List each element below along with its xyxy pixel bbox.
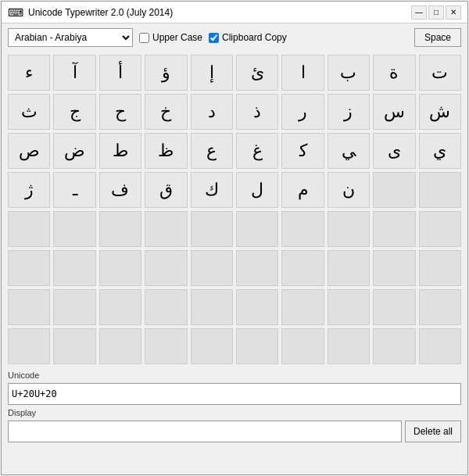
char-cell[interactable]: إ bbox=[191, 55, 233, 91]
char-cell[interactable]: ء bbox=[8, 55, 50, 91]
uppercase-label[interactable]: Upper Case bbox=[139, 32, 202, 43]
char-cell bbox=[145, 211, 187, 247]
char-cell[interactable]: ع bbox=[191, 133, 233, 169]
minimize-button[interactable]: — bbox=[411, 5, 427, 20]
display-input[interactable] bbox=[8, 421, 402, 442]
char-cell bbox=[373, 250, 415, 286]
app-icon: ⌨ bbox=[8, 6, 23, 19]
char-cell[interactable]: ر bbox=[281, 94, 324, 130]
char-cell bbox=[8, 328, 50, 364]
title-bar: ⌨ Unicode Typewriter 2.0 (July 2014) — □… bbox=[2, 2, 467, 23]
close-button[interactable]: ✕ bbox=[446, 5, 461, 20]
char-cell bbox=[191, 289, 233, 325]
char-cell[interactable]: ة bbox=[373, 55, 415, 91]
space-button[interactable]: Space bbox=[414, 28, 461, 47]
char-cell[interactable]: ز bbox=[328, 94, 370, 130]
title-bar-left: ⌨ Unicode Typewriter 2.0 (July 2014) bbox=[8, 6, 173, 19]
char-cell[interactable]: ى bbox=[373, 133, 415, 169]
char-cell[interactable]: ـ bbox=[53, 172, 95, 208]
char-cell bbox=[236, 211, 278, 247]
char-cell bbox=[419, 172, 461, 208]
display-label: Display bbox=[8, 408, 461, 417]
maximize-button[interactable]: □ bbox=[428, 5, 444, 20]
clipboard-checkbox[interactable] bbox=[209, 33, 219, 43]
char-cell bbox=[191, 211, 233, 247]
char-cell bbox=[328, 289, 370, 325]
char-cell[interactable]: ك bbox=[191, 172, 233, 208]
app-title: Unicode Typewriter 2.0 (July 2014) bbox=[28, 7, 173, 18]
char-cell[interactable]: ف bbox=[99, 172, 141, 208]
char-cell[interactable]: ط bbox=[99, 133, 141, 169]
display-row: Delete all bbox=[8, 421, 461, 442]
char-cell bbox=[191, 250, 233, 286]
char-cell[interactable]: أ bbox=[99, 55, 141, 91]
char-cell[interactable]: ق bbox=[145, 172, 187, 208]
char-cell bbox=[419, 289, 461, 325]
char-cell[interactable]: ص bbox=[8, 133, 50, 169]
char-cell bbox=[419, 250, 461, 286]
char-cell bbox=[373, 289, 415, 325]
char-cell[interactable]: ج bbox=[53, 94, 95, 130]
char-cell[interactable]: ب bbox=[328, 55, 370, 91]
char-cell[interactable]: ن bbox=[328, 172, 370, 208]
char-cell bbox=[8, 289, 50, 325]
char-cell[interactable]: ئ bbox=[236, 55, 278, 91]
char-cell bbox=[373, 172, 415, 208]
char-cell bbox=[236, 289, 278, 325]
char-cell bbox=[236, 328, 278, 364]
unicode-label: Unicode bbox=[8, 370, 461, 380]
char-cell bbox=[53, 289, 95, 325]
char-cell[interactable]: ت bbox=[419, 55, 461, 91]
char-cell bbox=[191, 328, 233, 364]
char-cell bbox=[8, 250, 50, 286]
char-cell[interactable]: ﻲ bbox=[328, 133, 370, 169]
char-cell bbox=[281, 250, 324, 286]
char-cell[interactable]: آ bbox=[53, 55, 95, 91]
char-cell[interactable]: ح bbox=[99, 94, 141, 130]
char-cell bbox=[373, 328, 415, 364]
char-cell bbox=[53, 211, 95, 247]
char-cell[interactable]: ا bbox=[281, 55, 324, 91]
char-cell bbox=[281, 211, 324, 247]
char-cell[interactable]: م bbox=[281, 172, 324, 208]
delete-all-button[interactable]: Delete all bbox=[405, 421, 461, 442]
char-cell[interactable]: ض bbox=[53, 133, 95, 169]
char-cell bbox=[145, 250, 187, 286]
char-cell[interactable]: ش bbox=[419, 94, 461, 130]
char-cell bbox=[53, 328, 95, 364]
char-cell bbox=[99, 289, 141, 325]
char-cell bbox=[99, 250, 141, 286]
char-cell[interactable]: غ bbox=[236, 133, 278, 169]
char-cell bbox=[328, 211, 370, 247]
main-window: ⌨ Unicode Typewriter 2.0 (July 2014) — □… bbox=[1, 1, 468, 475]
char-cell[interactable]: ﻛ bbox=[281, 133, 324, 169]
char-cell[interactable]: ث bbox=[8, 94, 50, 130]
uppercase-text: Upper Case bbox=[152, 32, 202, 43]
char-cell[interactable]: د bbox=[191, 94, 233, 130]
char-cell[interactable]: ؤ bbox=[145, 55, 187, 91]
char-cell bbox=[281, 289, 324, 325]
char-cell bbox=[53, 250, 95, 286]
char-cell[interactable]: ذ bbox=[236, 94, 278, 130]
char-cell[interactable]: س bbox=[373, 94, 415, 130]
char-cell bbox=[328, 328, 370, 364]
char-cell[interactable]: ظ bbox=[145, 133, 187, 169]
char-cell bbox=[99, 328, 141, 364]
char-cell[interactable]: ي bbox=[419, 133, 461, 169]
character-grid: ءآأؤإئابةتثجحخدذرزسشصضطظعغﻛﻲىيژـفقكلمن bbox=[2, 52, 467, 367]
clipboard-label[interactable]: Clipboard Copy bbox=[209, 32, 287, 43]
char-cell bbox=[373, 211, 415, 247]
char-cell bbox=[281, 328, 324, 364]
char-cell[interactable]: ژ bbox=[8, 172, 50, 208]
toolbar: Arabian - Arabiya Upper Case Clipboard C… bbox=[2, 23, 467, 52]
clipboard-text: Clipboard Copy bbox=[222, 32, 287, 43]
language-dropdown[interactable]: Arabian - Arabiya bbox=[8, 28, 133, 47]
char-cell bbox=[145, 328, 187, 364]
char-cell[interactable]: ل bbox=[236, 172, 278, 208]
unicode-input[interactable] bbox=[8, 383, 461, 405]
bottom-area: Unicode Display Delete all bbox=[2, 367, 467, 474]
uppercase-checkbox[interactable] bbox=[139, 33, 149, 43]
char-cell[interactable]: خ bbox=[145, 94, 187, 130]
char-cell bbox=[419, 328, 461, 364]
title-bar-controls: — □ ✕ bbox=[411, 5, 461, 20]
